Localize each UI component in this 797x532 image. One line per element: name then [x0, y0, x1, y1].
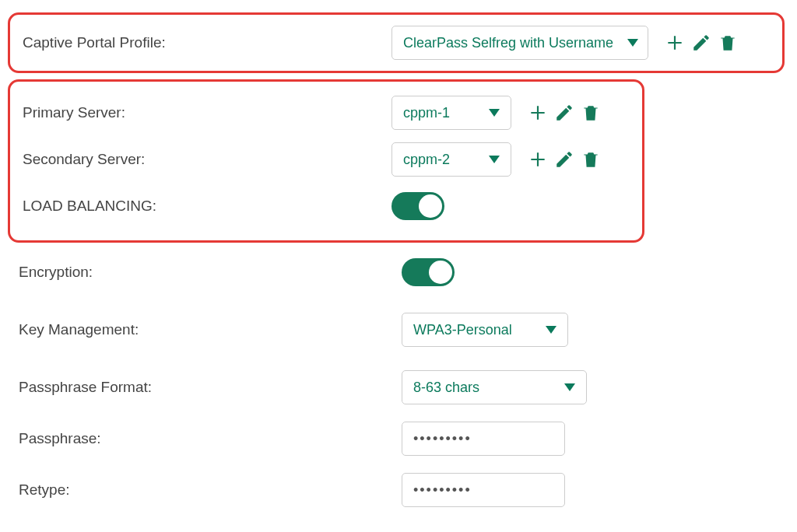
trash-icon[interactable]	[717, 32, 739, 54]
passphrase-label: Passphrase:	[0, 430, 389, 447]
passphrase-input[interactable]	[402, 422, 565, 456]
toggle-knob	[429, 261, 452, 284]
primary-server-value: cppm-1	[403, 105, 450, 121]
caret-down-icon	[627, 39, 638, 47]
passphrase-format-select[interactable]: 8-63 chars	[402, 370, 587, 404]
encryption-label: Encryption:	[0, 264, 389, 281]
plus-icon[interactable]	[527, 149, 549, 170]
toggle-knob	[419, 194, 442, 218]
caret-down-icon	[564, 383, 575, 391]
key-management-value: WPA3-Personal	[413, 322, 512, 338]
trash-icon[interactable]	[580, 102, 602, 124]
pencil-icon[interactable]	[690, 32, 712, 54]
captive-portal-highlight: Captive Portal Profile: ClearPass Selfre…	[8, 12, 785, 73]
encryption-toggle[interactable]	[402, 258, 455, 286]
passphrase-format-label: Passphrase Format:	[0, 379, 389, 396]
plus-icon[interactable]	[664, 32, 686, 54]
captive-portal-select[interactable]: ClearPass Selfreg with Username	[391, 26, 648, 60]
retype-input[interactable]	[402, 473, 565, 507]
secondary-server-label: Secondary Server:	[10, 151, 391, 168]
servers-highlight: Primary Server: cppm-1 Secondary Server:…	[8, 79, 644, 243]
captive-portal-label: Captive Portal Profile:	[10, 34, 391, 51]
key-management-select[interactable]: WPA3-Personal	[402, 313, 568, 347]
plus-icon[interactable]	[527, 102, 549, 124]
pencil-icon[interactable]	[553, 102, 575, 124]
captive-portal-value: ClearPass Selfreg with Username	[403, 35, 613, 51]
pencil-icon[interactable]	[553, 149, 575, 170]
caret-down-icon	[546, 326, 556, 334]
caret-down-icon	[489, 156, 500, 163]
trash-icon[interactable]	[580, 149, 602, 170]
secondary-server-value: cppm-2	[403, 152, 450, 168]
retype-label: Retype:	[0, 481, 389, 499]
passphrase-format-value: 8-63 chars	[413, 380, 479, 396]
caret-down-icon	[489, 109, 500, 117]
load-balancing-label: LOAD BALANCING:	[10, 198, 391, 215]
primary-server-label: Primary Server:	[10, 104, 391, 121]
secondary-server-select[interactable]: cppm-2	[391, 142, 511, 177]
key-management-label: Key Management:	[0, 321, 389, 338]
primary-server-select[interactable]: cppm-1	[391, 96, 511, 130]
load-balancing-toggle[interactable]	[391, 192, 444, 220]
